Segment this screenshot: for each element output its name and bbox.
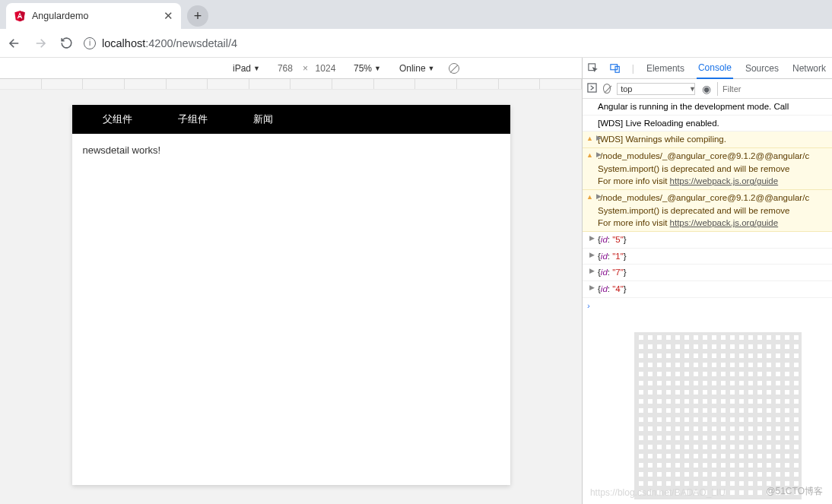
console-prompt[interactable]: › [583, 298, 832, 314]
console-row-obj[interactable]: ▶{id: "7"} [583, 265, 832, 281]
filter-input[interactable] [717, 82, 827, 96]
zoom-select[interactable]: 75%▼ [349, 63, 386, 74]
url-field[interactable]: i localhost:4200/newsdetail/4 [84, 37, 826, 49]
expand-icon[interactable]: ▶ [589, 250, 595, 260]
tab-console[interactable]: Console [697, 58, 733, 79]
forward-button[interactable] [32, 36, 49, 50]
context-select[interactable]: top [617, 83, 695, 95]
nav-link-news[interactable]: 新闻 [253, 113, 273, 126]
console-row: [WDS] Live Reloading enabled. [583, 116, 832, 132]
site-info-icon[interactable]: i [84, 37, 96, 49]
clear-console-icon[interactable] [603, 84, 611, 94]
expand-icon[interactable]: ▶ [589, 233, 595, 243]
tab-sources[interactable]: Sources [744, 58, 780, 79]
tab-close-icon[interactable]: ✕ [164, 9, 173, 23]
expand-icon[interactable]: ▶ [596, 150, 602, 160]
expand-icon[interactable]: ▶ [596, 133, 602, 143]
tab-elements[interactable]: Elements [645, 58, 686, 79]
device-mode-icon[interactable] [609, 63, 621, 74]
ruler [0, 79, 582, 90]
console-row-obj[interactable]: ▶{id: "1"} [583, 249, 832, 265]
reload-button[interactable] [58, 36, 75, 49]
tab-title: Angulardemo [32, 11, 88, 21]
expand-icon[interactable]: ▶ [596, 192, 602, 201]
console-output[interactable]: Angular is running in the development mo… [583, 99, 832, 504]
nav-link-parent[interactable]: 父组件 [103, 113, 132, 126]
no-throttle-icon[interactable] [449, 63, 459, 74]
console-row: Angular is running in the development mo… [583, 99, 832, 116]
dimension-x: × [303, 63, 308, 74]
angular-icon [14, 10, 26, 22]
console-row-obj[interactable]: ▶{id: "5"} [583, 232, 832, 249]
app-content: newsdetail works! [72, 134, 510, 166]
app-frame: 父组件 子组件 新闻 newsdetail works! [72, 105, 510, 485]
new-tab-button[interactable]: + [187, 5, 208, 27]
console-row-warn[interactable]: ▶[WDS] Warnings while compiling. [583, 132, 832, 148]
console-row-warn[interactable]: ▶./node_modules/_@angular_core@9.1.2@@an… [583, 148, 832, 190]
viewport-height[interactable] [313, 63, 338, 74]
browser-tab[interactable]: Angulardemo ✕ [6, 3, 181, 29]
browser-tab-strip: Angulardemo ✕ + [0, 0, 832, 29]
inspect-icon[interactable] [587, 63, 599, 74]
throttle-select[interactable]: Online▼ [395, 63, 440, 74]
device-select[interactable]: iPad▼ [228, 63, 265, 74]
devtools-panel: | Elements Console Sources Network top ▼… [582, 58, 832, 504]
console-sidebar-icon[interactable] [587, 83, 597, 95]
tab-network[interactable]: Network [791, 58, 827, 79]
expand-icon[interactable]: ▶ [589, 266, 595, 276]
url-host: localhost [102, 37, 145, 49]
viewport-width[interactable] [272, 63, 298, 74]
svg-rect-5 [588, 83, 596, 91]
console-row-warn[interactable]: ▶./node_modules/_@angular_core@9.1.2@@an… [583, 190, 832, 232]
devtools-tabs: | Elements Console Sources Network [583, 58, 832, 79]
live-expression-icon[interactable]: ◉ [702, 83, 711, 95]
viewport-area: 父组件 子组件 新闻 newsdetail works! [0, 90, 582, 504]
expand-icon[interactable]: ▶ [589, 283, 595, 293]
address-bar: i localhost:4200/newsdetail/4 [0, 29, 832, 58]
nav-link-child[interactable]: 子组件 [178, 113, 208, 126]
console-row-obj[interactable]: ▶{id: "4"} [583, 281, 832, 298]
back-button[interactable] [6, 36, 23, 50]
url-path: :4200/newsdetail/4 [145, 37, 237, 49]
console-toolbar: top ▼ ◉ [583, 79, 832, 99]
app-nav: 父组件 子组件 新闻 [72, 105, 510, 134]
svg-rect-3 [611, 64, 618, 69]
